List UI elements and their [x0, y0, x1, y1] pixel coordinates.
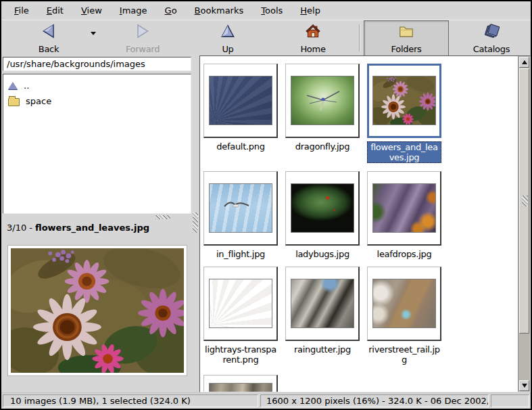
folder-item-parent[interactable]: .. [3, 78, 191, 93]
back-button[interactable]: Back [6, 20, 100, 56]
vertical-scrollbar[interactable] [518, 56, 530, 392]
thumbnail-default[interactable]: default.png [203, 64, 278, 171]
back-history-dropdown-icon[interactable] [91, 32, 96, 35]
folder-icon [8, 98, 20, 106]
splitter-grip[interactable] [155, 215, 170, 219]
menu-bookmarks[interactable]: Bookmarks [186, 3, 253, 18]
home-icon [304, 22, 322, 41]
folder-list: .. space [3, 74, 191, 214]
preview-image [8, 246, 187, 375]
thumbnail-image [372, 76, 436, 125]
folder-item-label: space [26, 96, 51, 106]
up-button[interactable]: Up [185, 20, 270, 56]
thumbnail-leafdrops[interactable]: leafdrops.jpg [367, 171, 441, 267]
thumbnail-image [209, 183, 272, 233]
forward-icon [134, 22, 151, 41]
splitter-grip[interactable] [193, 212, 198, 233]
thumbnail-raingutter[interactable]: raingutter.jpg [285, 267, 360, 375]
selection-status-filename: flowers_and_leaves.jpg [35, 223, 149, 233]
preview-pane [3, 235, 191, 392]
folders-button[interactable]: Folders [364, 20, 449, 56]
thumbnail-riverstreet[interactable]: riverstreet_rail.jpg [367, 267, 441, 375]
menu-tools[interactable]: Tools [252, 3, 291, 18]
thumbnail-grid: default.png dragonfly.jpg flowers_and_le… [201, 56, 518, 392]
back-icon [40, 22, 57, 41]
thumbnail-lightrays[interactable]: lightrays-transparent.png [203, 267, 278, 375]
menu-edit[interactable]: Edit [38, 3, 72, 18]
path-input[interactable] [3, 57, 191, 71]
scrollbar-up-button[interactable] [519, 57, 529, 68]
thumbnail-image [291, 76, 354, 125]
catalogs-button[interactable]: Catalogs [449, 20, 532, 56]
selection-status: 3/10 - flowers_and_leaves.jpg [3, 221, 191, 235]
thumbnail-image [291, 279, 354, 328]
down-arrow-icon [522, 384, 527, 388]
statusbar-summary: 10 images (1.9 MB), 1 selected (324.0 K) [3, 394, 258, 407]
thumbnail-image [209, 279, 272, 328]
folder-icon [397, 22, 415, 41]
thumbnail-inflight[interactable]: in_flight.jpg [203, 171, 278, 267]
main-area: .. space 3/10 - flowers_and_leaves.jpg [1, 55, 531, 392]
thumbnail-partial[interactable] [203, 375, 278, 392]
scrollbar-down-button[interactable] [519, 380, 529, 391]
home-button[interactable]: Home [270, 20, 356, 56]
book-icon [483, 22, 500, 41]
statusbar: 10 images (1.9 MB), 1 selected (324.0 K)… [1, 392, 531, 409]
side-panel: .. space 3/10 - flowers_and_leaves.jpg [1, 55, 191, 392]
scrollbar-grip [522, 196, 528, 206]
thumbnail-image [291, 183, 354, 233]
menu-view[interactable]: View [72, 3, 111, 18]
statusbar-spacer [491, 394, 529, 407]
menu-help[interactable]: Help [291, 3, 329, 18]
thumbnail-image [372, 279, 436, 328]
folder-item-space[interactable]: space [3, 93, 191, 109]
menu-file[interactable]: File [5, 3, 38, 18]
forward-button[interactable]: Forward [100, 20, 185, 56]
thumbnail-ladybugs[interactable]: ladybugs.jpg [285, 171, 360, 267]
toolbar: Back Forward Up Home Folder [1, 20, 531, 55]
menubar: File Edit View Image Go Bookmarks Tools … [1, 1, 531, 20]
thumbnail-dragonfly[interactable]: dragonfly.jpg [285, 64, 360, 171]
menu-image[interactable]: Image [111, 3, 156, 18]
up-directory-icon [8, 82, 18, 89]
pane-splitter-vertical[interactable] [191, 55, 199, 392]
toolbar-separator [359, 24, 360, 51]
up-icon [219, 22, 237, 41]
thumbnail-image [372, 183, 436, 233]
thumbnail-flowers-selected[interactable]: flowers_and_leaves.jpg [367, 64, 441, 171]
statusbar-image-info: 1600 x 1200 pixels (16%) - 324.0 K - 06 … [260, 394, 489, 407]
up-arrow-icon [522, 60, 527, 64]
selection-status-index: 3/10 - [7, 223, 32, 233]
app-window: File Edit View Image Go Bookmarks Tools … [0, 0, 532, 410]
folder-item-label: .. [24, 81, 29, 91]
thumbnail-browser: default.png dragonfly.jpg flowers_and_le… [199, 55, 531, 392]
pane-splitter-horizontal[interactable] [3, 214, 191, 221]
thumbnail-image [209, 76, 272, 125]
thumbnail-image [209, 383, 272, 392]
scrollbar-thumb[interactable] [519, 68, 529, 334]
menu-go[interactable]: Go [156, 3, 186, 18]
